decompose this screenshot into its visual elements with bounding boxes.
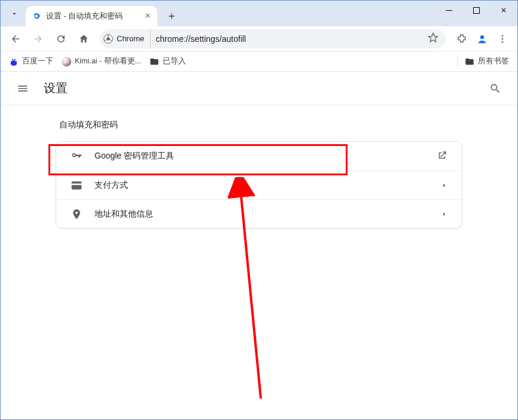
svg-point-8: [502, 41, 504, 42]
open-external-icon: [437, 150, 447, 163]
baidu-icon: [9, 57, 19, 66]
bookmark-kimi[interactable]: Kimi.ai - 帮你看更...: [62, 56, 141, 66]
page-title: 设置: [44, 80, 68, 96]
tab-search-dropdown[interactable]: [5, 5, 23, 23]
bookmark-label: 百度一下: [22, 56, 53, 66]
omnibox-chip[interactable]: Chrome: [103, 29, 151, 48]
bookmarks-bar: 百度一下 Kimi.ai - 帮你看更... 已导入 所有书签: [1, 51, 517, 72]
row-label: 支付方式: [95, 180, 429, 191]
maximize-button[interactable]: [462, 1, 490, 20]
new-tab-button[interactable]: [163, 8, 180, 25]
back-button[interactable]: [5, 29, 26, 49]
folder-icon: [465, 57, 474, 66]
folder-icon: [150, 57, 159, 66]
settings-search-button[interactable]: [485, 78, 505, 99]
row-addresses[interactable]: 地址和其他信息: [56, 199, 462, 228]
all-bookmarks-label: 所有书签: [478, 56, 509, 66]
key-icon: [71, 150, 83, 162]
settings-content: 自动填充和密码 Google 密码管理工具 支付方式: [1, 105, 517, 243]
svg-point-5: [480, 35, 484, 39]
window-controls: [435, 1, 517, 26]
forward-button[interactable]: [28, 29, 48, 49]
autofill-section: 自动填充和密码 Google 密码管理工具 支付方式: [56, 120, 462, 229]
credit-card-icon: [71, 179, 83, 191]
all-bookmarks-button[interactable]: 所有书签: [457, 56, 509, 66]
omnibox-chip-label: Chrome: [117, 34, 144, 43]
bookmark-star-icon[interactable]: [428, 32, 438, 45]
browser-titlebar: 设置 - 自动填充和密码: [1, 1, 517, 26]
extensions-button[interactable]: [452, 29, 472, 49]
chevron-right-icon: [441, 181, 447, 190]
svg-point-7: [502, 38, 504, 39]
tab-title: 设置 - 自动填充和密码: [46, 11, 139, 22]
svg-rect-1: [473, 7, 479, 13]
section-title: 自动填充和密码: [59, 120, 462, 130]
svg-point-6: [502, 35, 504, 36]
kimi-icon: [62, 57, 71, 66]
browser-tab[interactable]: 设置 - 自动填充和密码: [26, 6, 157, 26]
close-window-button[interactable]: [490, 1, 517, 20]
chrome-icon: [103, 34, 113, 44]
bookmark-label: Kimi.ai - 帮你看更...: [75, 56, 141, 66]
reload-button[interactable]: [51, 29, 71, 49]
omnibox[interactable]: Chrome chrome://settings/autofill: [100, 29, 446, 48]
omnibox-url: chrome://settings/autofill: [156, 34, 423, 44]
home-button[interactable]: [74, 29, 94, 49]
location-icon: [71, 208, 83, 220]
minimize-button[interactable]: [435, 1, 462, 20]
menu-button[interactable]: [492, 29, 513, 49]
svg-rect-0: [446, 10, 452, 11]
row-payment-methods[interactable]: 支付方式: [56, 171, 462, 199]
bookmark-baidu[interactable]: 百度一下: [9, 56, 53, 66]
svg-point-3: [106, 37, 109, 40]
bookmark-label: 已导入: [163, 56, 186, 66]
settings-card: Google 密码管理工具 支付方式 地址和其他信息: [56, 141, 462, 229]
gear-icon: [32, 11, 41, 21]
row-label: Google 密码管理工具: [95, 151, 425, 162]
row-password-manager[interactable]: Google 密码管理工具: [56, 142, 462, 171]
browser-toolbar: Chrome chrome://settings/autofill: [1, 26, 517, 51]
chevron-right-icon: [441, 209, 447, 219]
settings-menu-button[interactable]: [13, 78, 33, 99]
profile-button[interactable]: [474, 31, 490, 47]
close-tab-icon[interactable]: [144, 11, 151, 21]
settings-header: 设置: [1, 72, 517, 105]
bookmark-imported[interactable]: 已导入: [150, 56, 186, 66]
row-label: 地址和其他信息: [95, 209, 429, 220]
